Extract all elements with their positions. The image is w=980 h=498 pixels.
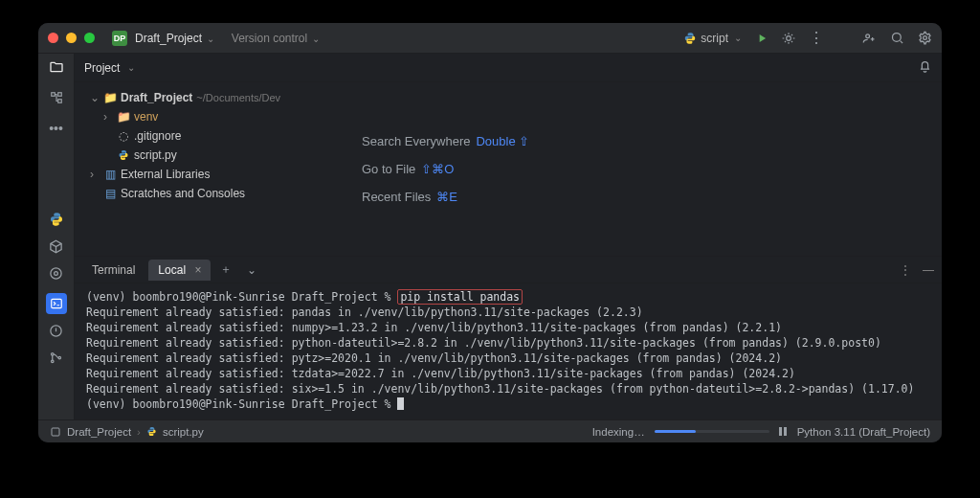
project-dropdown[interactable]: Draft_Project ⌄ <box>135 32 214 45</box>
minimize-window-button[interactable] <box>66 33 77 43</box>
tree-file-script[interactable]: script.py <box>90 146 320 165</box>
tree-label: .gitignore <box>134 126 181 146</box>
recent-files-shortcut: ⌘E <box>436 190 457 204</box>
terminal-options-button[interactable]: ⋮ <box>900 263 911 277</box>
svg-point-12 <box>52 360 55 363</box>
terminal-tool-button[interactable] <box>46 293 67 314</box>
chevron-down-icon: ⌄ <box>204 34 214 44</box>
ide-window: DP Draft_Project ⌄ Version control ⌄ scr… <box>38 23 942 442</box>
maximize-window-button[interactable] <box>84 33 95 43</box>
project-name-label: Draft_Project <box>135 32 202 45</box>
svg-point-3 <box>924 36 927 40</box>
breadcrumb[interactable]: Draft_Project <box>67 426 131 438</box>
empty-editor: Search Everywhere Double ⇧ Go to File ⇧⌘… <box>323 82 942 256</box>
terminal-output-line: Requirement already satisfied: python-da… <box>86 336 881 350</box>
recent-files-label: Recent Files <box>362 190 431 204</box>
python-icon <box>146 426 157 437</box>
tree-path: ~/Documents/Dev <box>196 88 280 107</box>
file-icon: ◌ <box>117 126 130 146</box>
services-tool-button[interactable] <box>49 266 63 283</box>
goto-file-shortcut: ⇧⌘O <box>421 162 454 176</box>
terminal-body[interactable]: (venv) boombro190@Pink-Sunrise Draft_Pro… <box>75 283 942 419</box>
vcs-dropdown[interactable]: Version control ⌄ <box>232 32 320 45</box>
window-controls <box>48 33 95 43</box>
terminal-tabs: Terminal Local × ＋ ⌄ ⋮ — <box>75 257 942 283</box>
chevron-down-icon: ⌄ <box>90 88 100 107</box>
project-panel-title[interactable]: Project <box>84 61 120 75</box>
search-icon[interactable] <box>890 31 904 45</box>
titlebar: DP Draft_Project ⌄ Version control ⌄ scr… <box>38 23 942 54</box>
terminal-cursor <box>397 397 404 410</box>
svg-rect-9 <box>51 299 61 307</box>
tree-label: script.py <box>134 146 177 165</box>
python-icon <box>683 32 697 45</box>
chevron-down-icon: ⌄ <box>127 62 135 73</box>
toolbar-right: script ⌄ ⋮ <box>683 29 932 47</box>
scratch-icon: ▤ <box>103 184 117 203</box>
pause-indexing-button[interactable] <box>779 427 788 436</box>
goto-file-label: Go to File <box>362 162 415 176</box>
run-config-label: script <box>701 32 728 45</box>
notifications-button[interactable] <box>918 59 932 77</box>
svg-point-0 <box>787 35 791 40</box>
svg-point-13 <box>58 356 61 359</box>
terminal-command-highlighted: pip install pandas <box>397 289 523 305</box>
breadcrumb[interactable]: script.py <box>163 426 204 438</box>
svg-rect-5 <box>57 93 61 97</box>
project-tree[interactable]: ⌄ 📁 Draft_Project ~/Documents/Dev › 📁 ve… <box>75 82 323 256</box>
svg-rect-6 <box>57 100 61 103</box>
tree-folder-venv[interactable]: › 📁 venv <box>90 107 320 126</box>
terminal-output-line: Requirement already satisfied: numpy>=1.… <box>86 321 782 334</box>
svg-point-8 <box>55 272 58 276</box>
project-tool-button[interactable] <box>49 59 64 78</box>
tree-external-libraries[interactable]: › ▥ External Libraries <box>90 165 320 184</box>
tree-label: Draft_Project <box>121 88 192 107</box>
run-config-dropdown[interactable]: script ⌄ <box>683 32 742 45</box>
tree-label: Scratches and Consoles <box>121 184 245 203</box>
search-everywhere-shortcut: Double ⇧ <box>476 134 529 148</box>
terminal-prompt: (venv) boombro190@Pink-Sunrise Draft_Pro… <box>86 290 397 304</box>
packages-tool-button[interactable] <box>49 239 63 257</box>
indexing-label: Indexing… <box>592 426 645 438</box>
project-panel-header: Project ⌄ <box>75 54 942 82</box>
more-button[interactable]: ⋮ <box>809 29 824 47</box>
chevron-right-icon: › <box>137 426 141 438</box>
collab-icon[interactable] <box>862 31 877 45</box>
close-icon[interactable]: × <box>194 263 201 277</box>
structure-tool-button[interactable] <box>50 91 63 107</box>
problems-tool-button[interactable] <box>49 324 63 341</box>
more-tool-button[interactable]: ••• <box>49 121 63 136</box>
hide-terminal-button[interactable]: — <box>923 263 934 277</box>
chevron-right-icon: › <box>103 107 113 126</box>
folder-icon: 📁 <box>117 107 130 126</box>
python-console-button[interactable] <box>49 212 64 230</box>
close-window-button[interactable] <box>48 33 58 43</box>
terminal-title: Terminal <box>82 260 145 281</box>
settings-icon[interactable] <box>918 31 932 45</box>
run-button[interactable] <box>755 32 768 45</box>
svg-rect-14 <box>52 428 59 436</box>
svg-rect-4 <box>51 93 55 97</box>
python-icon <box>117 149 130 161</box>
svg-point-11 <box>52 353 55 356</box>
chevron-down-icon: ⌄ <box>734 33 742 43</box>
debug-button[interactable] <box>782 32 795 45</box>
terminal-pane: Terminal Local × ＋ ⌄ ⋮ — (venv) boombro1… <box>75 256 942 419</box>
library-icon: ▥ <box>103 165 117 184</box>
tree-scratches[interactable]: ▤ Scratches and Consoles <box>90 184 320 203</box>
vcs-tool-button[interactable] <box>49 351 63 368</box>
project-badge: DP <box>112 31 127 46</box>
terminal-tab-local[interactable]: Local × <box>148 260 211 281</box>
tree-root[interactable]: ⌄ 📁 Draft_Project ~/Documents/Dev <box>90 88 320 107</box>
new-terminal-button[interactable]: ＋ <box>214 261 237 278</box>
status-bar: Draft_Project › script.py Indexing… Pyth… <box>38 419 942 442</box>
interpreter-label[interactable]: Python 3.11 (Draft_Project) <box>797 426 930 438</box>
module-icon <box>50 426 61 438</box>
tool-strip: ••• <box>38 54 75 419</box>
terminal-output-line: Requirement already satisfied: pytz>=202… <box>86 351 782 365</box>
chevron-right-icon: › <box>90 165 100 184</box>
terminal-tab-label: Local <box>158 263 186 277</box>
vcs-label: Version control <box>232 32 307 45</box>
terminal-dropdown[interactable]: ⌄ <box>241 263 262 277</box>
tree-file-gitignore[interactable]: ◌ .gitignore <box>90 126 320 146</box>
